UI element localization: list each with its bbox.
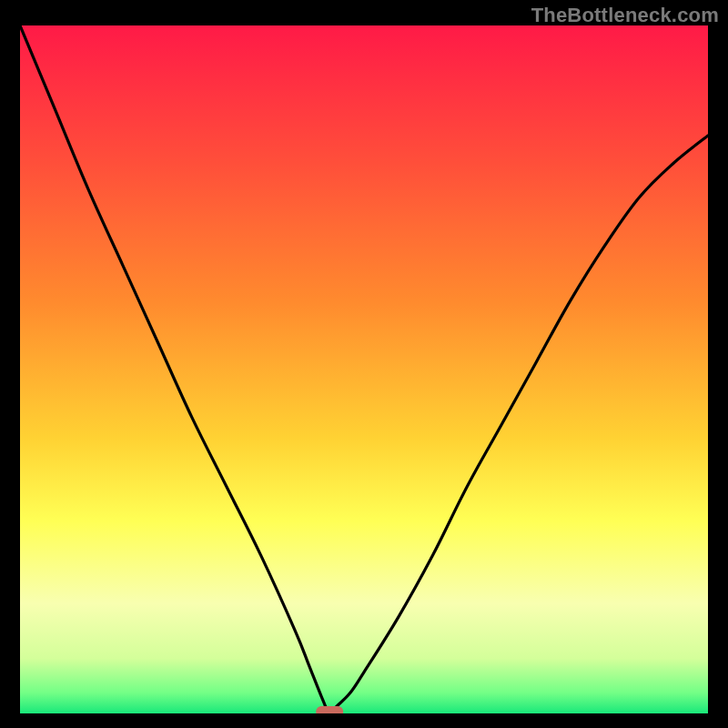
gradient-background bbox=[20, 25, 708, 713]
chart-frame: TheBottleneck.com bbox=[0, 0, 728, 728]
watermark-text: TheBottleneck.com bbox=[531, 4, 719, 27]
min-marker bbox=[316, 706, 343, 713]
chart-svg bbox=[20, 25, 708, 713]
plot-area bbox=[20, 25, 708, 713]
